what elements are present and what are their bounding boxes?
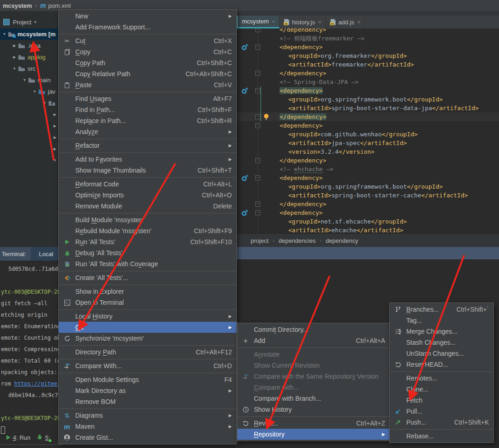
git-submenu-item-show-history[interactable]: Show History <box>237 404 390 415</box>
fold-marker-icon[interactable]: − <box>255 210 260 215</box>
context-menu-item-build-module-mssysten[interactable]: Build Module 'mssysten' <box>59 214 236 225</box>
toolwindow-button-5[interactable]: 5: <box>37 434 50 441</box>
repository-submenu-item-rebase[interactable]: Rebase... <box>390 431 493 442</box>
git-submenu-item-compare-with-branch[interactable]: Compare with Branch... <box>237 393 390 404</box>
context-menu-item-copy-relative-path[interactable]: Copy Relative PathCtrl+Alt+Shift+C <box>59 68 236 79</box>
repository-submenu-item-pull[interactable]: ↙Pull... <box>390 406 493 417</box>
context-menu-item-synchronize-mcsystem[interactable]: Synchronize 'mcsystem' <box>59 333 236 344</box>
close-icon[interactable]: × <box>318 19 321 25</box>
context-menu-separator <box>59 309 236 310</box>
chevron-right-icon[interactable]: ▶ <box>52 147 58 151</box>
context-menu-item-refactor[interactable]: Refactor▶ <box>59 140 236 151</box>
chevron-down-icon[interactable]: ▼ <box>42 101 48 105</box>
fold-marker-icon[interactable]: − <box>255 28 260 32</box>
context-menu-item-show-in-explorer[interactable]: Show in Explorer <box>59 286 236 297</box>
chevron-down-icon[interactable]: ▼ <box>11 67 17 71</box>
repository-submenu-item-tag[interactable]: Tag... <box>390 315 493 326</box>
context-menu-item-run-all-tests[interactable]: Run 'All Tests'Ctrl+Shift+F10 <box>59 236 236 247</box>
xml-breadcrumb-project[interactable]: project <box>251 237 269 244</box>
context-menu-item-add-to-favorites[interactable]: Add to Favorites▶ <box>59 154 236 165</box>
chevron-right-icon[interactable]: ▶ <box>52 124 58 128</box>
context-menu-item-copy-path[interactable]: Copy PathCtrl+Shift+C <box>59 57 236 68</box>
chevron-right-icon[interactable]: ▶ <box>52 112 58 117</box>
editor-tab-add-js[interactable]: JSadd.js× <box>326 16 365 28</box>
git-submenu-item-compare-with-the-same-repository-version[interactable]: Compare with the Same Repository Version <box>237 371 390 382</box>
context-menu-item-maven[interactable]: mMaven▶ <box>59 421 236 432</box>
git-submenu-item-annotate[interactable]: Annotate <box>237 349 390 360</box>
context-menu-item-compare-with[interactable]: Compare With...Ctrl+D <box>59 360 236 371</box>
context-menu-item-run-all-tests-with-coverage[interactable]: Run 'All Tests' with Coverage <box>59 258 236 269</box>
context-menu-item-replace-in-path[interactable]: Replace in Path...Ctrl+Shift+R <box>59 115 236 126</box>
xml-breadcrumb-dependency[interactable]: dependency <box>325 237 358 244</box>
chevron-down-icon[interactable]: ▼ <box>1 32 7 36</box>
repository-submenu-item-fetch[interactable]: Fetch <box>390 395 493 406</box>
context-menu-item-paste[interactable]: PasteCtrl+V <box>59 79 236 90</box>
git-submenu-item-add[interactable]: +AddCtrl+Alt+A <box>237 335 390 346</box>
context-menu-item-remove-module[interactable]: Remove ModuleDelete <box>59 201 236 212</box>
code-editor[interactable]: −</dependency><!— 前端模板freemarker —>−<dep… <box>237 28 499 234</box>
fold-marker-icon[interactable]: − <box>255 45 260 50</box>
context-menu: New▶Add Framework Support...✂CutCtrl+XCo… <box>58 9 237 444</box>
context-menu-item-create-all-tests[interactable]: Create 'All Tests'... <box>59 272 236 283</box>
context-menu-item-diagrams[interactable]: ⇅Diagrams▶ <box>59 410 236 421</box>
repository-submenu-item-remotes[interactable]: Remotes... <box>390 373 493 384</box>
context-menu-item-debug-all-tests[interactable]: Debug 'All Tests' <box>59 247 236 258</box>
fold-marker-icon[interactable]: − <box>255 123 260 128</box>
context-menu-item-open-in-terminal[interactable]: Open in Terminal <box>59 297 236 308</box>
git-submenu-item-compare-with[interactable]: Compare with... <box>237 382 390 393</box>
breadcrumb-file[interactable]: pom.xml <box>48 2 71 9</box>
editor-tab-mcsystem[interactable]: mcsystem× <box>238 16 280 28</box>
fold-marker-icon[interactable]: − <box>255 175 260 180</box>
fold-marker-icon[interactable]: − <box>255 114 260 119</box>
context-menu-item-copy[interactable]: CopyCtrl+C <box>59 46 236 57</box>
chevron-right-icon[interactable]: ▶ <box>52 135 58 140</box>
context-menu-item-rebuild-module-mssysten[interactable]: Rebuild Module 'mssysten'Ctrl+Shift+F9 <box>59 225 236 236</box>
git-submenu-item-commit-directory[interactable]: Commit Directory... <box>237 324 390 335</box>
context-menu-item-create-gist[interactable]: Create Gist... <box>59 432 236 443</box>
context-menu-item-optimize-imports[interactable]: Optimize ImportsCtrl+Alt+O <box>59 190 236 201</box>
close-icon[interactable]: × <box>272 19 275 24</box>
repository-submenu-item-clone[interactable]: Clone... <box>390 384 493 395</box>
chevron-down-icon[interactable]: ▼ <box>52 158 58 162</box>
chevron-down-icon[interactable]: ▼ <box>32 90 38 94</box>
repository-submenu-item-stash-changes[interactable]: Stash Changes... <box>390 337 493 348</box>
context-menu-item-cut[interactable]: ✂CutCtrl+X <box>59 35 236 46</box>
chevron-down-icon[interactable]: ▾ <box>34 20 36 24</box>
terminal-tab-local[interactable]: Local <box>31 247 62 261</box>
chevron-down-icon[interactable]: ▼ <box>22 78 28 82</box>
repository-submenu-item-branches[interactable]: Branches...Ctrl+Shift+` <box>390 304 493 315</box>
toolwindow-button-4-run[interactable]: 4: Run <box>6 434 30 441</box>
git-submenu-item-show-current-revision[interactable]: Show Current Revision <box>237 360 390 371</box>
fold-marker-icon[interactable]: − <box>255 158 260 163</box>
repository-submenu-item-unstash-changes[interactable]: UnStash Changes... <box>390 348 493 359</box>
context-menu-item-new[interactable]: New▶ <box>59 11 236 22</box>
fold-marker-icon[interactable]: − <box>255 88 260 93</box>
git-submenu-item-repository[interactable]: Repository▶ <box>237 429 390 440</box>
editor-tab-history-js[interactable]: JShistory.js× <box>280 16 326 28</box>
context-menu-item-open-module-settings[interactable]: Open Module SettingsF4 <box>59 374 236 385</box>
chevron-right-icon[interactable]: ▶ <box>11 44 17 48</box>
menu-item-label: Annotate <box>254 351 385 358</box>
repository-submenu-item-reset-head[interactable]: Reset HEAD... <box>390 359 493 370</box>
context-menu-item-show-image-thumbnails[interactable]: Show Image ThumbnailsCtrl+Shift+T <box>59 165 236 176</box>
repository-submenu-item-merge-changes[interactable]: Merge Changes... <box>390 326 493 337</box>
context-menu-item-find-usages[interactable]: Find UsagesAlt+F7 <box>59 93 236 104</box>
context-menu-item-analyze[interactable]: Analyze▶ <box>59 126 236 137</box>
context-menu-item-directory-path[interactable]: Directory PathCtrl+Alt+F12 <box>59 347 236 358</box>
breadcrumb-project[interactable]: mcsystem <box>3 2 32 9</box>
close-icon[interactable]: × <box>357 19 360 25</box>
context-menu-item-find-in-path[interactable]: Find in Path...Ctrl+Shift+F <box>59 104 236 115</box>
git-submenu-item-revert[interactable]: Revert...Ctrl+Alt+Z <box>237 418 390 429</box>
context-menu-item-local-history[interactable]: Local History▶ <box>59 311 236 322</box>
xml-breadcrumb-dependencies[interactable]: dependencies <box>279 237 316 244</box>
context-menu-item-add-framework-support[interactable]: Add Framework Support... <box>59 22 236 33</box>
repository-submenu-item-push[interactable]: ↗Push...Ctrl+Shift+K <box>390 417 493 428</box>
fold-marker-icon[interactable]: − <box>255 202 260 207</box>
context-menu-item-reformat-code[interactable]: Reformat CodeCtrl+Alt+L <box>59 179 236 190</box>
context-menu-item-mark-directory-as[interactable]: Mark Directory as▶ <box>59 385 236 396</box>
chevron-right-icon[interactable]: ▶ <box>11 55 17 59</box>
context-menu-item-git[interactable]: Git▶ <box>59 322 236 333</box>
fold-marker-icon[interactable]: − <box>255 71 260 76</box>
menu-item-shortcut: Ctrl+Alt+Shift+C <box>185 70 232 78</box>
context-menu-item-remove-bom[interactable]: Remove BOM <box>59 396 236 407</box>
